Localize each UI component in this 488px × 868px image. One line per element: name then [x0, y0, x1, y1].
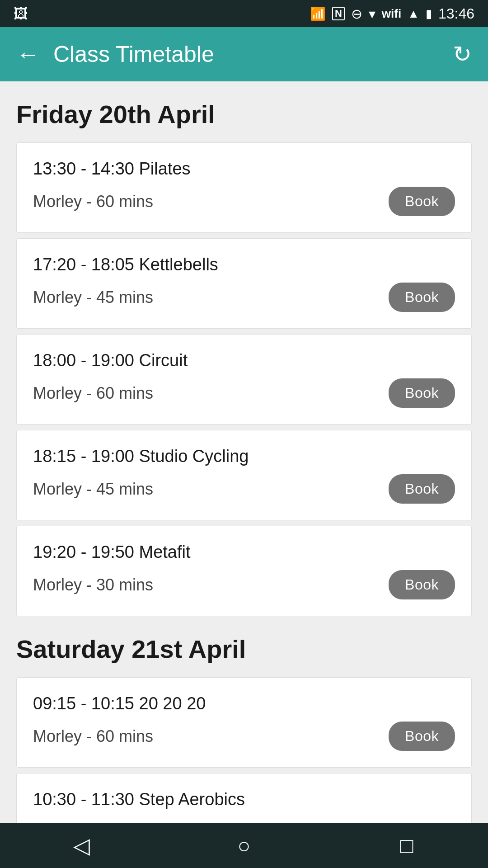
class-location: Morley - 45 mins	[33, 480, 153, 499]
back-button[interactable]: ←	[16, 42, 40, 66]
class-location: Morley - 60 mins	[33, 192, 153, 211]
page-title: Class Timetable	[53, 41, 453, 67]
book-button[interactable]: Book	[389, 474, 455, 504]
class-detail-row: Morley - 45 minsBook	[33, 283, 455, 312]
status-time: 13:46	[438, 5, 474, 22]
class-title: 18:00 - 19:00 Circuit	[33, 351, 455, 370]
book-button[interactable]: Book	[389, 187, 455, 216]
class-title: 10:30 - 11:30 Step Aerobics	[33, 790, 455, 809]
do-not-disturb-icon: ⊖	[351, 6, 362, 22]
class-location: Morley - 60 mins	[33, 727, 153, 746]
class-card: 09:15 - 10:15 20 20 20Morley - 60 minsBo…	[16, 677, 472, 768]
bluetooth-icon: 📶	[310, 6, 326, 21]
nav-back-button[interactable]: ◁	[63, 827, 99, 863]
app-bar: ← Class Timetable ↻	[0, 27, 488, 81]
status-bar-left: 🖼	[14, 5, 28, 22]
nav-bar: ◁ ○ □	[0, 823, 488, 868]
wifi-icon: ▾	[369, 6, 375, 22]
nav-recents-button[interactable]: □	[389, 827, 425, 863]
book-button[interactable]: Book	[389, 722, 455, 751]
day-heading-1: Saturday 21st April	[16, 634, 472, 664]
class-detail-row: Morley - 45 minsBook	[33, 474, 455, 504]
book-button[interactable]: Book	[389, 283, 455, 312]
nfc-icon: N	[332, 7, 345, 20]
status-bar: 🖼 📶 N ⊖ ▾ wifi ▲ ▮ 13:46	[0, 0, 488, 27]
class-location: Morley - 45 mins	[33, 288, 153, 307]
book-button[interactable]: Book	[389, 378, 455, 408]
nav-home-button[interactable]: ○	[226, 827, 262, 863]
class-card: 13:30 - 14:30 PilatesMorley - 60 minsBoo…	[16, 142, 472, 233]
class-card: 19:20 - 19:50 MetafitMorley - 30 minsBoo…	[16, 526, 472, 616]
class-card: 18:15 - 19:00 Studio CyclingMorley - 45 …	[16, 430, 472, 520]
class-card: 17:20 - 18:05 KettlebellsMorley - 45 min…	[16, 238, 472, 329]
day-heading-0: Friday 20th April	[16, 99, 472, 129]
4g-label: wifi	[382, 7, 401, 21]
class-title: 18:15 - 19:00 Studio Cycling	[33, 447, 455, 466]
book-button[interactable]: Book	[389, 570, 455, 599]
class-detail-row: Morley - 60 minsBook	[33, 722, 455, 751]
class-card: 10:30 - 11:30 Step Aerobics	[16, 773, 472, 823]
signal-icon: ▲	[408, 7, 419, 21]
gallery-icon: 🖼	[14, 5, 28, 22]
class-card: 18:00 - 19:00 CircuitMorley - 60 minsBoo…	[16, 334, 472, 425]
class-location: Morley - 60 mins	[33, 384, 153, 403]
class-location: Morley - 30 mins	[33, 576, 153, 594]
class-title: 13:30 - 14:30 Pilates	[33, 159, 455, 179]
class-detail-row: Morley - 60 minsBook	[33, 378, 455, 408]
class-title: 17:20 - 18:05 Kettlebells	[33, 255, 455, 274]
class-detail-row: Morley - 30 minsBook	[33, 570, 455, 599]
day-section-1: Saturday 21st April09:15 - 10:15 20 20 2…	[16, 634, 472, 823]
class-title: 09:15 - 10:15 20 20 20	[33, 694, 455, 713]
status-bar-right: 📶 N ⊖ ▾ wifi ▲ ▮ 13:46	[310, 5, 474, 22]
refresh-button[interactable]: ↻	[453, 41, 472, 67]
content-area: Friday 20th April13:30 - 14:30 PilatesMo…	[0, 81, 488, 823]
class-title: 19:20 - 19:50 Metafit	[33, 542, 455, 562]
class-detail-row: Morley - 60 minsBook	[33, 187, 455, 216]
day-section-0: Friday 20th April13:30 - 14:30 PilatesMo…	[16, 99, 472, 616]
battery-icon: ▮	[426, 7, 432, 21]
